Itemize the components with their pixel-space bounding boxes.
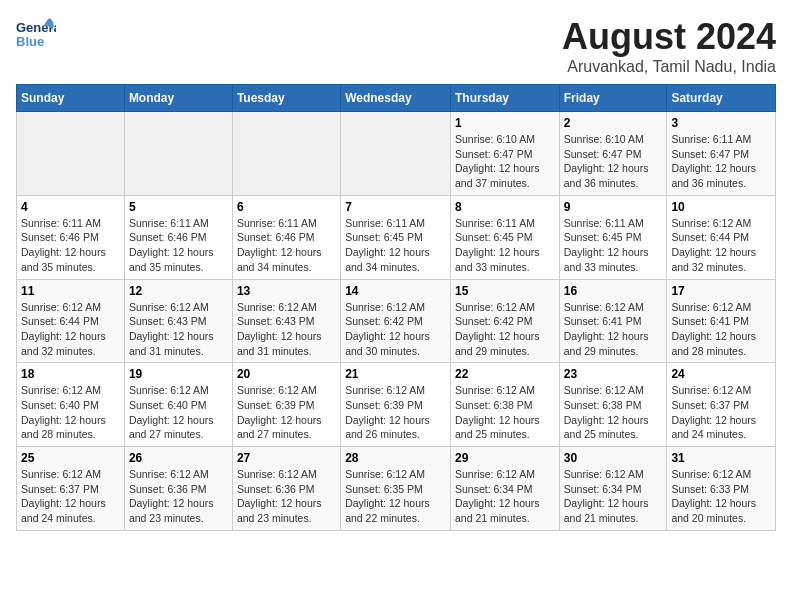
day-of-week-header: Thursday bbox=[450, 85, 559, 112]
day-number: 20 bbox=[237, 367, 336, 381]
calendar-day-cell: 14Sunrise: 6:12 AM Sunset: 6:42 PM Dayli… bbox=[341, 279, 451, 363]
calendar-header: SundayMondayTuesdayWednesdayThursdayFrid… bbox=[17, 85, 776, 112]
calendar-week-row: 25Sunrise: 6:12 AM Sunset: 6:37 PM Dayli… bbox=[17, 447, 776, 531]
day-number: 22 bbox=[455, 367, 555, 381]
day-number: 6 bbox=[237, 200, 336, 214]
calendar-week-row: 4Sunrise: 6:11 AM Sunset: 6:46 PM Daylig… bbox=[17, 195, 776, 279]
day-info: Sunrise: 6:12 AM Sunset: 6:41 PM Dayligh… bbox=[671, 300, 771, 359]
calendar-day-cell: 5Sunrise: 6:11 AM Sunset: 6:46 PM Daylig… bbox=[124, 195, 232, 279]
day-info: Sunrise: 6:12 AM Sunset: 6:42 PM Dayligh… bbox=[345, 300, 446, 359]
calendar-day-cell: 13Sunrise: 6:12 AM Sunset: 6:43 PM Dayli… bbox=[232, 279, 340, 363]
day-info: Sunrise: 6:12 AM Sunset: 6:36 PM Dayligh… bbox=[237, 467, 336, 526]
day-info: Sunrise: 6:11 AM Sunset: 6:45 PM Dayligh… bbox=[564, 216, 663, 275]
day-info: Sunrise: 6:12 AM Sunset: 6:35 PM Dayligh… bbox=[345, 467, 446, 526]
day-info: Sunrise: 6:12 AM Sunset: 6:37 PM Dayligh… bbox=[671, 383, 771, 442]
calendar-day-cell: 9Sunrise: 6:11 AM Sunset: 6:45 PM Daylig… bbox=[559, 195, 667, 279]
day-of-week-header: Monday bbox=[124, 85, 232, 112]
day-info: Sunrise: 6:11 AM Sunset: 6:45 PM Dayligh… bbox=[345, 216, 446, 275]
calendar-day-cell: 15Sunrise: 6:12 AM Sunset: 6:42 PM Dayli… bbox=[450, 279, 559, 363]
svg-text:Blue: Blue bbox=[16, 34, 44, 49]
day-info: Sunrise: 6:12 AM Sunset: 6:39 PM Dayligh… bbox=[237, 383, 336, 442]
day-info: Sunrise: 6:12 AM Sunset: 6:44 PM Dayligh… bbox=[671, 216, 771, 275]
calendar-day-cell: 25Sunrise: 6:12 AM Sunset: 6:37 PM Dayli… bbox=[17, 447, 125, 531]
day-number: 31 bbox=[671, 451, 771, 465]
day-info: Sunrise: 6:12 AM Sunset: 6:40 PM Dayligh… bbox=[21, 383, 120, 442]
day-info: Sunrise: 6:11 AM Sunset: 6:47 PM Dayligh… bbox=[671, 132, 771, 191]
day-number: 8 bbox=[455, 200, 555, 214]
day-number: 26 bbox=[129, 451, 228, 465]
day-info: Sunrise: 6:11 AM Sunset: 6:46 PM Dayligh… bbox=[129, 216, 228, 275]
day-info: Sunrise: 6:12 AM Sunset: 6:33 PM Dayligh… bbox=[671, 467, 771, 526]
calendar-day-cell: 21Sunrise: 6:12 AM Sunset: 6:39 PM Dayli… bbox=[341, 363, 451, 447]
day-info: Sunrise: 6:12 AM Sunset: 6:43 PM Dayligh… bbox=[237, 300, 336, 359]
day-info: Sunrise: 6:12 AM Sunset: 6:44 PM Dayligh… bbox=[21, 300, 120, 359]
calendar-day-cell bbox=[232, 112, 340, 196]
day-info: Sunrise: 6:10 AM Sunset: 6:47 PM Dayligh… bbox=[455, 132, 555, 191]
calendar-day-cell: 11Sunrise: 6:12 AM Sunset: 6:44 PM Dayli… bbox=[17, 279, 125, 363]
calendar-day-cell: 4Sunrise: 6:11 AM Sunset: 6:46 PM Daylig… bbox=[17, 195, 125, 279]
day-number: 27 bbox=[237, 451, 336, 465]
day-info: Sunrise: 6:12 AM Sunset: 6:37 PM Dayligh… bbox=[21, 467, 120, 526]
calendar-day-cell: 27Sunrise: 6:12 AM Sunset: 6:36 PM Dayli… bbox=[232, 447, 340, 531]
day-number: 1 bbox=[455, 116, 555, 130]
day-number: 18 bbox=[21, 367, 120, 381]
calendar-day-cell: 1Sunrise: 6:10 AM Sunset: 6:47 PM Daylig… bbox=[450, 112, 559, 196]
day-number: 30 bbox=[564, 451, 663, 465]
page-title: August 2024 bbox=[562, 16, 776, 58]
day-number: 21 bbox=[345, 367, 446, 381]
calendar-day-cell: 8Sunrise: 6:11 AM Sunset: 6:45 PM Daylig… bbox=[450, 195, 559, 279]
calendar-day-cell: 20Sunrise: 6:12 AM Sunset: 6:39 PM Dayli… bbox=[232, 363, 340, 447]
day-number: 13 bbox=[237, 284, 336, 298]
logo-icon: General Blue bbox=[16, 16, 56, 52]
day-info: Sunrise: 6:12 AM Sunset: 6:36 PM Dayligh… bbox=[129, 467, 228, 526]
day-number: 11 bbox=[21, 284, 120, 298]
day-number: 14 bbox=[345, 284, 446, 298]
day-info: Sunrise: 6:12 AM Sunset: 6:34 PM Dayligh… bbox=[455, 467, 555, 526]
day-number: 19 bbox=[129, 367, 228, 381]
calendar-week-row: 18Sunrise: 6:12 AM Sunset: 6:40 PM Dayli… bbox=[17, 363, 776, 447]
logo: General Blue bbox=[16, 16, 56, 52]
day-info: Sunrise: 6:12 AM Sunset: 6:38 PM Dayligh… bbox=[564, 383, 663, 442]
day-of-week-header: Saturday bbox=[667, 85, 776, 112]
day-number: 15 bbox=[455, 284, 555, 298]
day-number: 17 bbox=[671, 284, 771, 298]
calendar-week-row: 1Sunrise: 6:10 AM Sunset: 6:47 PM Daylig… bbox=[17, 112, 776, 196]
calendar-day-cell bbox=[17, 112, 125, 196]
day-number: 28 bbox=[345, 451, 446, 465]
day-info: Sunrise: 6:11 AM Sunset: 6:46 PM Dayligh… bbox=[21, 216, 120, 275]
calendar-day-cell: 17Sunrise: 6:12 AM Sunset: 6:41 PM Dayli… bbox=[667, 279, 776, 363]
day-of-week-header: Sunday bbox=[17, 85, 125, 112]
title-block: August 2024 Aruvankad, Tamil Nadu, India bbox=[562, 16, 776, 76]
day-info: Sunrise: 6:12 AM Sunset: 6:39 PM Dayligh… bbox=[345, 383, 446, 442]
day-number: 23 bbox=[564, 367, 663, 381]
day-number: 24 bbox=[671, 367, 771, 381]
day-number: 25 bbox=[21, 451, 120, 465]
day-info: Sunrise: 6:12 AM Sunset: 6:40 PM Dayligh… bbox=[129, 383, 228, 442]
day-of-week-header: Wednesday bbox=[341, 85, 451, 112]
page-subtitle: Aruvankad, Tamil Nadu, India bbox=[562, 58, 776, 76]
day-info: Sunrise: 6:12 AM Sunset: 6:41 PM Dayligh… bbox=[564, 300, 663, 359]
day-info: Sunrise: 6:11 AM Sunset: 6:45 PM Dayligh… bbox=[455, 216, 555, 275]
calendar-day-cell: 2Sunrise: 6:10 AM Sunset: 6:47 PM Daylig… bbox=[559, 112, 667, 196]
calendar-body: 1Sunrise: 6:10 AM Sunset: 6:47 PM Daylig… bbox=[17, 112, 776, 531]
calendar-day-cell: 23Sunrise: 6:12 AM Sunset: 6:38 PM Dayli… bbox=[559, 363, 667, 447]
day-number: 10 bbox=[671, 200, 771, 214]
day-number: 3 bbox=[671, 116, 771, 130]
day-number: 7 bbox=[345, 200, 446, 214]
page-header: General Blue August 2024 Aruvankad, Tami… bbox=[16, 16, 776, 76]
day-info: Sunrise: 6:12 AM Sunset: 6:43 PM Dayligh… bbox=[129, 300, 228, 359]
calendar-day-cell: 31Sunrise: 6:12 AM Sunset: 6:33 PM Dayli… bbox=[667, 447, 776, 531]
day-of-week-header: Friday bbox=[559, 85, 667, 112]
calendar-day-cell: 19Sunrise: 6:12 AM Sunset: 6:40 PM Dayli… bbox=[124, 363, 232, 447]
day-info: Sunrise: 6:12 AM Sunset: 6:34 PM Dayligh… bbox=[564, 467, 663, 526]
day-number: 4 bbox=[21, 200, 120, 214]
day-number: 16 bbox=[564, 284, 663, 298]
day-info: Sunrise: 6:12 AM Sunset: 6:38 PM Dayligh… bbox=[455, 383, 555, 442]
calendar-day-cell: 12Sunrise: 6:12 AM Sunset: 6:43 PM Dayli… bbox=[124, 279, 232, 363]
calendar-day-cell: 22Sunrise: 6:12 AM Sunset: 6:38 PM Dayli… bbox=[450, 363, 559, 447]
day-info: Sunrise: 6:10 AM Sunset: 6:47 PM Dayligh… bbox=[564, 132, 663, 191]
calendar-day-cell: 24Sunrise: 6:12 AM Sunset: 6:37 PM Dayli… bbox=[667, 363, 776, 447]
calendar-day-cell: 10Sunrise: 6:12 AM Sunset: 6:44 PM Dayli… bbox=[667, 195, 776, 279]
day-info: Sunrise: 6:11 AM Sunset: 6:46 PM Dayligh… bbox=[237, 216, 336, 275]
day-info: Sunrise: 6:12 AM Sunset: 6:42 PM Dayligh… bbox=[455, 300, 555, 359]
